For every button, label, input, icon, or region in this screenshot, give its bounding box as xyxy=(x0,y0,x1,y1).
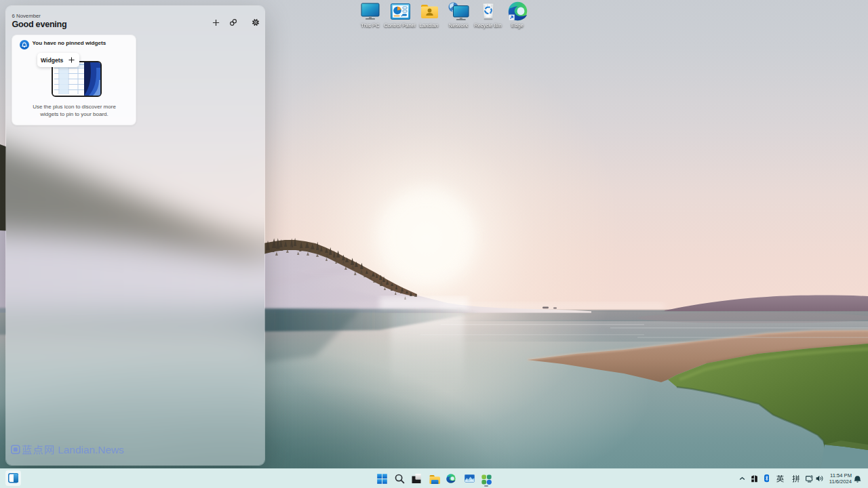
svg-text:Landian.News: Landian.News xyxy=(58,444,125,455)
